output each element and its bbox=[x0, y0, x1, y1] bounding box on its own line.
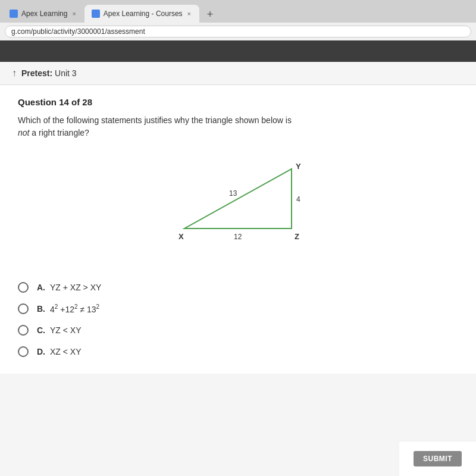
pretest-unit: Unit 3 bbox=[55, 68, 77, 78]
tab-label-1: Apex Learning bbox=[21, 10, 67, 18]
side-xy-label: 13 bbox=[229, 189, 237, 198]
tab-favicon-2 bbox=[92, 10, 100, 18]
choice-c[interactable]: C. YZ < XY bbox=[18, 325, 458, 336]
tab-close-2[interactable]: × bbox=[186, 10, 192, 17]
choice-d-letter: D. bbox=[37, 347, 45, 356]
address-bar-row: g.com/public/activity/3000001/assessment bbox=[0, 23, 476, 40]
choice-d-text: XZ < XY bbox=[50, 347, 82, 356]
side-yz-label: 4 bbox=[296, 195, 300, 203]
choice-d[interactable]: D. XZ < XY bbox=[18, 346, 458, 357]
address-bar[interactable]: g.com/public/activity/3000001/assessment bbox=[5, 26, 471, 37]
side-xz-label: 12 bbox=[234, 233, 242, 241]
tab-favicon-1 bbox=[10, 10, 18, 18]
question-number: Question 14 of 28 bbox=[18, 97, 458, 107]
tab-bar: Apex Learning × Apex Learning - Courses … bbox=[0, 0, 476, 23]
pretest-title: Pretest: bbox=[21, 68, 52, 78]
choice-a-letter: A. bbox=[37, 283, 45, 292]
triangle-svg: X Z Y 13 4 12 bbox=[149, 151, 327, 246]
radio-b[interactable] bbox=[18, 303, 29, 314]
tab-apex-learning-courses[interactable]: Apex Learning - Courses × bbox=[84, 5, 199, 23]
page-content: ↑ Pretest: Unit 3 Question 14 of 28 Whic… bbox=[0, 62, 476, 476]
question-text-before: Which of the following statements justif… bbox=[18, 115, 292, 125]
triangle-shape bbox=[184, 169, 292, 228]
vertex-y: Y bbox=[296, 162, 301, 171]
browser-toolbar bbox=[0, 40, 476, 62]
browser-chrome: Apex Learning × Apex Learning - Courses … bbox=[0, 0, 476, 40]
triangle-diagram: X Z Y 13 4 12 bbox=[18, 151, 458, 246]
tab-label-2: Apex Learning - Courses bbox=[104, 10, 183, 18]
tab-apex-learning[interactable]: Apex Learning × bbox=[2, 5, 84, 23]
submit-button[interactable]: SUBMIT bbox=[414, 451, 462, 466]
vertex-x: X bbox=[178, 232, 184, 241]
choice-a[interactable]: A. YZ + XZ > XY bbox=[18, 282, 458, 293]
new-tab-button[interactable]: + bbox=[202, 6, 218, 23]
radio-d[interactable] bbox=[18, 346, 29, 357]
radio-c[interactable] bbox=[18, 325, 29, 336]
question-text-italic: not bbox=[18, 128, 29, 137]
choice-b-letter: B. bbox=[37, 304, 45, 314]
pretest-label: Pretest: Unit 3 bbox=[21, 68, 77, 78]
choice-c-text: YZ < XY bbox=[50, 325, 82, 335]
choice-c-letter: C. bbox=[37, 325, 45, 335]
choice-b-text: 42 +122 ≠ 132 bbox=[50, 303, 99, 314]
question-text: Which of the following statements justif… bbox=[18, 114, 458, 139]
question-area: Question 14 of 28 Which of the following… bbox=[0, 85, 476, 276]
vertex-z: Z bbox=[295, 232, 299, 241]
tab-close-1[interactable]: × bbox=[71, 10, 77, 17]
submit-area: SUBMIT bbox=[399, 441, 476, 476]
question-text-after: a right triangle? bbox=[32, 128, 89, 137]
choice-a-text: YZ + XZ > XY bbox=[50, 283, 101, 292]
choice-b[interactable]: B. 42 +122 ≠ 132 bbox=[18, 303, 458, 314]
pretest-header: ↑ Pretest: Unit 3 bbox=[0, 62, 476, 85]
pretest-icon: ↑ bbox=[12, 68, 17, 79]
radio-a[interactable] bbox=[18, 282, 29, 293]
answer-choices: A. YZ + XZ > XY B. 42 +122 ≠ 132 C. YZ <… bbox=[0, 276, 476, 374]
